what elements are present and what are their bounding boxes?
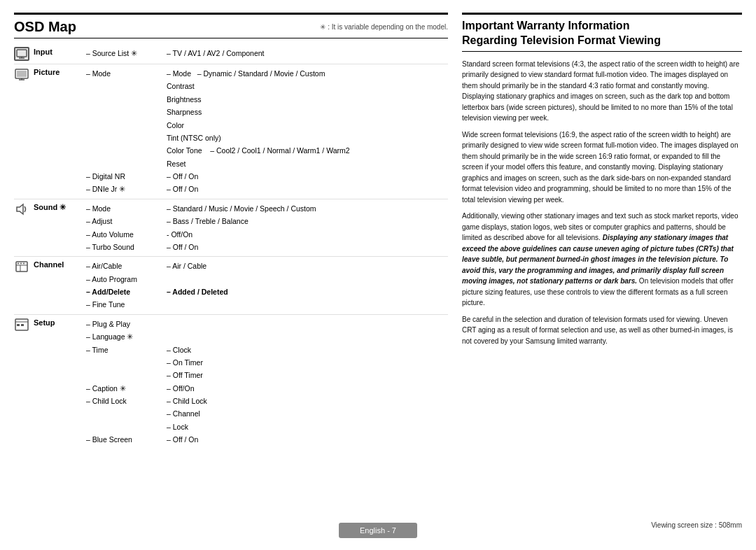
picture-mode-value: – Mode – Dynamic / Standard / Movie / Cu… [167,67,448,80]
section-setup: Setup – Plug & Play – Language ✳ – Time … [14,315,448,449]
warranty-title: Important Warranty InformationRegarding … [462,13,742,52]
section-channel: Channel – Air/Cable – Air / Cable – Auto… [14,257,448,315]
setup-bluescreen-label: – Blue Screen [86,433,167,446]
sound-turbo-label: – Turbo Sound [86,241,167,253]
sound-row-mode: – Mode – Standard / Music / Movie / Spee… [86,202,448,215]
setup-row-ontimer: – On Timer [86,356,448,369]
setup-childlock-value: – Child Lock [167,395,448,407]
sound-mode-value: – Standard / Music / Movie / Speech / Cu… [167,202,448,215]
warranty-para-3: Additionally, viewing other stationary i… [462,211,742,309]
sound-turbo-value: – Off / On [167,241,448,253]
source-list-label: – Source List ✳ [86,47,167,59]
warranty-body: Standard screen format televisions (4:3,… [462,59,742,353]
page-label: English - 7 [339,523,417,538]
svg-rect-16 [17,324,20,326]
picture-mode-label: – Mode [86,67,167,80]
setup-row-time: – Time – Clock [86,344,448,356]
picture-row-digitalnr: – Digital NR – Off / On [86,170,448,183]
channel-aircable-value: – Air / Cable [167,260,448,272]
input-icon [14,47,34,61]
osd-map-title: OSD Map [14,19,76,35]
channel-autoprogram-label: – Auto Program [86,273,167,285]
picture-brightness-label: Brightness [167,93,448,106]
channel-row-autoprogram: – Auto Program [86,273,448,285]
picture-row-mode: – Mode – Mode – Dynamic / Standard / Mov… [86,67,448,80]
warranty-para-1: Standard screen format televisions (4:3,… [462,59,742,124]
setup-time-clock: – Clock [167,344,448,356]
setup-row-childlock: – Child Lock – Child Lock [86,395,448,407]
setup-row-offtimer: – Off Timer [86,369,448,381]
sound-adjust-value: – Bass / Treble / Balance [167,215,448,227]
svg-point-11 [18,263,19,265]
picture-row-colortone: Color Tone – Cool2 / Cool1 / Normal / Wa… [86,144,448,157]
setup-childlock-label: – Child Lock [86,395,167,407]
channel-body: – Air/Cable – Air / Cable – Auto Program… [86,260,448,311]
setup-row-lock: – Lock [86,421,448,433]
picture-colortone-value: Color Tone – Cool2 / Cool1 / Normal / Wa… [167,144,448,157]
setup-bluescreen-value: – Off / On [167,433,448,446]
page: OSD Map ✳ : It is variable depending on … [0,0,756,550]
picture-icon [14,67,34,81]
picture-digitalnr-value: – Off / On [167,170,448,183]
picture-row-brightness: Brightness [86,93,448,106]
svg-rect-17 [21,324,24,326]
warranty-para-4: Be careful in the selection and duration… [462,314,742,347]
sound-autovolume-label: – Auto Volume [86,228,167,241]
picture-dnie-value: – Off / On [167,183,448,195]
picture-row-tint: Tint (NTSC only) [86,132,448,144]
picture-label: Picture [34,67,86,76]
setup-caption-label: – Caption ✳ [86,382,167,395]
setup-lock-value: – Lock [167,421,448,433]
right-panel: Important Warranty InformationRegarding … [462,13,742,510]
input-label: Input [34,47,86,56]
channel-finetune-label: – Fine Tune [86,298,167,311]
osd-map-header: OSD Map ✳ : It is variable depending on … [14,13,448,38]
osd-subtitle: ✳ : It is variable depending on the mode… [320,23,448,31]
setup-body: – Plug & Play – Language ✳ – Time – Cloc… [86,318,448,446]
sound-row-autovolume: – Auto Volume - Off/On [86,228,448,241]
setup-row-language: – Language ✳ [86,330,448,343]
picture-row-color: Color [86,119,448,132]
picture-contrast-label: Contrast [167,80,448,92]
input-row-sourcelist: – Source List ✳ – TV / AV1 / AV2 / Compo… [86,47,448,59]
left-panel: OSD Map ✳ : It is variable depending on … [14,13,448,510]
channel-label: Channel [34,260,86,269]
svg-point-13 [23,263,24,265]
sound-adjust-label: – Adjust [86,215,167,227]
setup-language-label: – Language ✳ [86,330,167,343]
setup-offtimer-value: – Off Timer [167,369,448,381]
svg-point-12 [20,263,22,265]
source-list-value: – TV / AV1 / AV2 / Component [167,47,448,59]
setup-row-plugplay: – Plug & Play [86,318,448,330]
picture-body: – Mode – Mode – Dynamic / Standard / Mov… [86,67,448,196]
picture-row-reset: Reset [86,157,448,170]
channel-row-finetune: – Fine Tune [86,298,448,311]
picture-dnie-label: – DNIe Jr ✳ [86,183,167,195]
channel-aircable-label: – Air/Cable [86,260,167,272]
section-picture: Picture – Mode – Mode – Dynamic / Standa… [14,64,448,199]
channel-icon [14,260,34,274]
sound-body: – Mode – Standard / Music / Movie / Spee… [86,202,448,254]
sound-label: Sound ✳ [34,202,86,212]
sound-mode-label: – Mode [86,202,167,215]
picture-sharpness-label: Sharpness [167,106,448,118]
setup-row-caption: – Caption ✳ – Off/On [86,382,448,395]
channel-row-adddelete: – Add/Delete – Added / Deleted [86,285,448,298]
svg-marker-7 [17,204,23,214]
setup-row-bluescreen: – Blue Screen – Off / On [86,433,448,446]
sound-autovolume-value: - Off/On [167,228,448,241]
sound-row-turbo: – Turbo Sound – Off / On [86,241,448,253]
warranty-italic-start: Displaying any stationary images that ex… [462,234,734,285]
sound-icon [14,202,34,216]
picture-row-dnie: – DNIe Jr ✳ – Off / On [86,183,448,195]
channel-row-aircable: – Air/Cable – Air / Cable [86,260,448,272]
picture-color-label: Color [167,119,448,132]
setup-icon [14,318,34,332]
picture-row-sharpness: Sharpness [86,106,448,118]
setup-ontimer-value: – On Timer [167,356,448,369]
section-sound: Sound ✳ – Mode – Standard / Music / Movi… [14,199,448,258]
setup-row-channel: – Channel [86,407,448,420]
main-content: OSD Map ✳ : It is variable depending on … [0,0,756,517]
setup-label: Setup [34,318,86,327]
footer: Viewing screen size : 508mm English - 7 [0,517,756,550]
